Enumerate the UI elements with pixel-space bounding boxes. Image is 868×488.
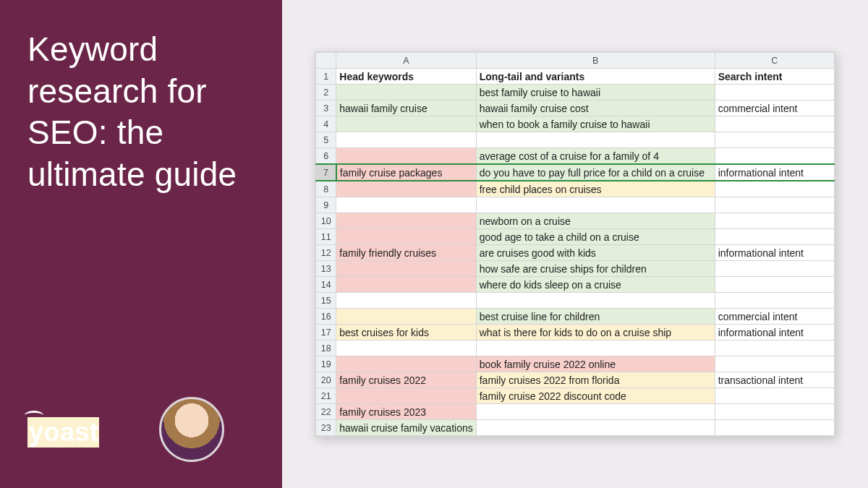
cell-C[interactable]: Search intent <box>715 69 834 85</box>
cell-C[interactable]: commercial intent <box>715 100 834 116</box>
cell-B[interactable]: best family cruise to hawaii <box>476 85 715 100</box>
row-header[interactable]: 4 <box>316 116 336 132</box>
cell-B[interactable]: where do kids sleep on a cruise <box>476 277 715 293</box>
cell-B[interactable] <box>476 293 715 309</box>
cell-C[interactable] <box>715 404 834 420</box>
row-header[interactable]: 9 <box>316 197 336 213</box>
cell-A[interactable] <box>336 181 476 197</box>
row-header[interactable]: 7 <box>316 164 336 181</box>
cell-A[interactable] <box>336 85 476 100</box>
row-header[interactable]: 13 <box>316 261 336 277</box>
cell-A[interactable] <box>336 388 476 404</box>
row-header[interactable]: 15 <box>316 293 336 309</box>
row-header[interactable]: 19 <box>316 356 336 372</box>
cell-A[interactable]: hawaii cruise family vacations <box>336 420 476 436</box>
cell-B[interactable]: average cost of a cruise for a family of… <box>476 148 715 165</box>
row-header[interactable]: 5 <box>316 132 336 148</box>
cell-A[interactable] <box>336 261 476 277</box>
cell-C[interactable] <box>715 356 834 372</box>
row-header[interactable]: 8 <box>316 181 336 197</box>
cell-B[interactable]: when to book a family cruise to hawaii <box>476 116 715 132</box>
cell-B[interactable]: free child places on cruises <box>476 181 715 197</box>
cell-B[interactable]: hawaii family cruise cost <box>476 100 715 116</box>
row-header[interactable]: 2 <box>316 85 336 100</box>
row-header[interactable]: 20 <box>316 372 336 388</box>
cell-C[interactable] <box>715 116 834 132</box>
cell-C[interactable] <box>715 229 834 245</box>
cell-B[interactable]: family cruises 2022 from florida <box>476 372 715 388</box>
cell-B[interactable]: best cruise line for children <box>476 309 715 325</box>
cell-C[interactable] <box>715 148 834 165</box>
cell-B[interactable]: how safe are cruise ships for children <box>476 261 715 277</box>
cell-A[interactable]: family friendly cruises <box>336 245 476 261</box>
col-header-B[interactable]: B <box>476 53 715 69</box>
cell-B[interactable]: family cruise 2022 discount code <box>476 388 715 404</box>
cell-C[interactable]: informational intent <box>715 245 834 261</box>
row-header[interactable]: 22 <box>316 404 336 420</box>
cell-A[interactable]: Head keywords <box>336 69 476 85</box>
row-header[interactable]: 23 <box>316 420 336 436</box>
cell-B[interactable] <box>476 132 715 148</box>
cell-C[interactable] <box>715 261 834 277</box>
cell-B[interactable]: newborn on a cruise <box>476 213 715 229</box>
cell-C[interactable] <box>715 181 834 197</box>
cell-C[interactable] <box>715 388 834 404</box>
cell-C[interactable]: transactional intent <box>715 372 834 388</box>
cell-C[interactable] <box>715 85 834 100</box>
cell-C[interactable] <box>715 132 834 148</box>
cell-A[interactable]: best cruises for kids <box>336 325 476 341</box>
cell-B[interactable] <box>476 404 715 420</box>
cell-A[interactable] <box>336 197 476 213</box>
cell-B[interactable]: what is there for kids to do on a cruise… <box>476 325 715 341</box>
cell-B[interactable] <box>476 197 715 213</box>
cell-B[interactable]: do you have to pay full price for a chil… <box>476 164 715 181</box>
cell-A[interactable]: family cruises 2023 <box>336 404 476 420</box>
cell-C[interactable] <box>715 420 834 436</box>
table-row: 20family cruises 2022family cruises 2022… <box>316 372 834 388</box>
cell-A[interactable] <box>336 229 476 245</box>
cell-A[interactable] <box>336 213 476 229</box>
cell-B[interactable] <box>476 341 715 356</box>
cell-A[interactable] <box>336 148 476 165</box>
cell-B[interactable] <box>476 420 715 436</box>
cell-A[interactable] <box>336 356 476 372</box>
cell-A[interactable] <box>336 341 476 356</box>
logo-text: yoast <box>27 417 99 448</box>
row-header[interactable]: 18 <box>316 341 336 356</box>
cell-A[interactable]: hawaii family cruise <box>336 100 476 116</box>
col-header-A[interactable]: A <box>336 53 476 69</box>
cell-A[interactable] <box>336 132 476 148</box>
cell-A[interactable] <box>336 309 476 325</box>
cell-C[interactable]: informational intent <box>715 325 834 341</box>
cell-C[interactable]: commercial intent <box>715 309 834 325</box>
sidebar: Keyword research for SEO: the ultimate g… <box>0 0 282 488</box>
row-header[interactable]: 3 <box>316 100 336 116</box>
cell-B[interactable]: book family cruise 2022 online <box>476 356 715 372</box>
row-header[interactable]: 1 <box>316 69 336 85</box>
row-header[interactable]: 14 <box>316 277 336 293</box>
row-header[interactable]: 17 <box>316 325 336 341</box>
row-header[interactable]: 6 <box>316 148 336 165</box>
cell-C[interactable] <box>715 197 834 213</box>
cell-A[interactable] <box>336 277 476 293</box>
cell-C[interactable] <box>715 213 834 229</box>
cell-A[interactable] <box>336 293 476 309</box>
cell-C[interactable] <box>715 293 834 309</box>
cell-B[interactable]: Long-tail and variants <box>476 69 715 85</box>
cell-B[interactable]: good age to take a child on a cruise <box>476 229 715 245</box>
cell-C[interactable]: informational intent <box>715 164 834 181</box>
cell-C[interactable] <box>715 341 834 356</box>
select-all-corner[interactable] <box>316 53 336 69</box>
col-header-C[interactable]: C <box>715 53 834 69</box>
table-row: 2best family cruise to hawaii <box>316 85 834 100</box>
row-header[interactable]: 16 <box>316 309 336 325</box>
cell-A[interactable]: family cruises 2022 <box>336 372 476 388</box>
cell-C[interactable] <box>715 277 834 293</box>
row-header[interactable]: 21 <box>316 388 336 404</box>
row-header[interactable]: 12 <box>316 245 336 261</box>
cell-A[interactable] <box>336 116 476 132</box>
cell-B[interactable]: are cruises good with kids <box>476 245 715 261</box>
row-header[interactable]: 10 <box>316 213 336 229</box>
row-header[interactable]: 11 <box>316 229 336 245</box>
cell-A[interactable]: family cruise packages <box>336 164 476 181</box>
